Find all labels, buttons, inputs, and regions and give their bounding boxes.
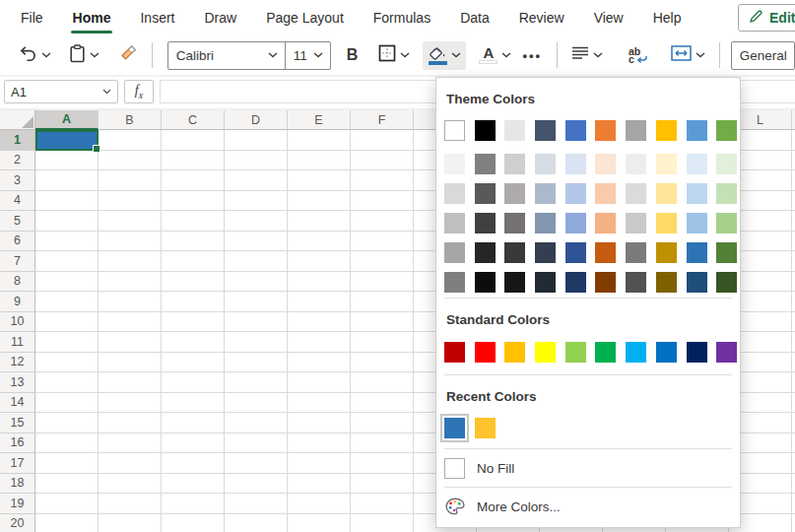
color-swatch-2f5496[interactable] xyxy=(565,242,586,263)
insert-function-button[interactable]: fx xyxy=(124,80,154,103)
color-swatch-7f7f7f[interactable] xyxy=(444,272,465,293)
cell-D14[interactable] xyxy=(225,393,288,414)
ribbon-tab-view[interactable]: View xyxy=(579,0,638,35)
cell-E13[interactable] xyxy=(288,372,351,393)
cell-F8[interactable] xyxy=(351,272,414,293)
row-header-6[interactable]: 6 xyxy=(0,232,35,252)
cell-A19[interactable] xyxy=(35,494,99,514)
row-header-2[interactable]: 2 xyxy=(0,151,35,171)
cell-A2[interactable] xyxy=(35,151,99,171)
color-swatch-ffff00[interactable] xyxy=(535,342,556,363)
chevron-down-icon[interactable] xyxy=(400,52,410,58)
row-header-15[interactable]: 15 xyxy=(0,413,35,433)
color-swatch-d9e2f3[interactable] xyxy=(565,154,586,174)
cell-D2[interactable] xyxy=(225,151,288,171)
cell-B11[interactable] xyxy=(99,332,162,353)
column-header-D[interactable]: D xyxy=(225,110,288,130)
cell-D11[interactable] xyxy=(225,332,288,353)
cell-D13[interactable] xyxy=(225,372,288,393)
cell-A15[interactable] xyxy=(35,413,99,433)
cell-B10[interactable] xyxy=(99,312,162,333)
cell-C10[interactable] xyxy=(162,312,225,333)
color-swatch-deebf6[interactable] xyxy=(687,154,707,174)
cell-D3[interactable] xyxy=(225,170,288,191)
column-header-A[interactable]: A xyxy=(35,110,99,130)
cell-F12[interactable] xyxy=(351,353,414,373)
cell-C13[interactable] xyxy=(162,372,225,393)
cell-E2[interactable] xyxy=(288,151,351,171)
color-swatch-d6dce4[interactable] xyxy=(535,154,556,174)
color-swatch-fbe5d5[interactable] xyxy=(595,154,616,174)
color-swatch-2e74b5[interactable] xyxy=(687,242,707,263)
cell-C4[interactable] xyxy=(162,191,225,212)
paste-button[interactable] xyxy=(64,39,104,72)
cell-B12[interactable] xyxy=(99,353,162,373)
color-swatch-e2efd9[interactable] xyxy=(716,154,737,174)
edit-mode-button[interactable]: Edit xyxy=(738,4,795,32)
cell-E11[interactable] xyxy=(288,332,351,353)
cell-D12[interactable] xyxy=(225,353,288,373)
color-swatch-e7e6e6[interactable] xyxy=(504,120,525,141)
cell-A14[interactable] xyxy=(35,393,99,414)
cell-B2[interactable] xyxy=(99,151,162,171)
color-swatch-bfbfbf[interactable] xyxy=(444,213,465,233)
cell-B6[interactable] xyxy=(99,232,162,252)
color-swatch-7030a0[interactable] xyxy=(716,342,737,363)
color-swatch-d0cece[interactable] xyxy=(504,154,525,174)
row-header-18[interactable]: 18 xyxy=(0,474,35,495)
wrap-text-button[interactable]: ab c xyxy=(624,42,652,69)
color-swatch-833c00[interactable] xyxy=(595,272,616,293)
cell-B7[interactable] xyxy=(99,251,162,272)
color-swatch-7f6000[interactable] xyxy=(656,272,677,293)
cell-D15[interactable] xyxy=(225,413,288,433)
ribbon-tab-data[interactable]: Data xyxy=(445,0,504,35)
cell-D5[interactable] xyxy=(225,211,288,232)
row-header-12[interactable]: 12 xyxy=(0,353,35,373)
color-swatch-1f3864[interactable] xyxy=(565,272,586,293)
row-header-11[interactable]: 11 xyxy=(0,332,35,353)
color-swatch-757171[interactable] xyxy=(504,213,525,233)
cell-A8[interactable] xyxy=(35,272,99,293)
cell-B1[interactable] xyxy=(99,130,162,151)
color-swatch-808080[interactable] xyxy=(475,154,496,174)
cell-F6[interactable] xyxy=(351,232,414,252)
cell-A11[interactable] xyxy=(35,332,99,353)
color-swatch-c5e0b3[interactable] xyxy=(716,183,737,204)
color-swatch-002060[interactable] xyxy=(687,342,707,363)
column-header-E[interactable]: E xyxy=(288,110,351,130)
cell-B8[interactable] xyxy=(99,272,162,293)
cell-D10[interactable] xyxy=(225,312,288,333)
align-button[interactable] xyxy=(566,41,608,69)
cell-F14[interactable] xyxy=(351,393,414,414)
color-swatch-70ad47[interactable] xyxy=(716,120,737,141)
color-swatch-c00000[interactable] xyxy=(444,342,465,363)
cell-E20[interactable] xyxy=(288,514,351,532)
cell-E18[interactable] xyxy=(288,474,351,495)
cell-F17[interactable] xyxy=(351,453,414,474)
cell-B13[interactable] xyxy=(99,372,162,393)
cell-E12[interactable] xyxy=(288,353,351,373)
color-swatch-f7cbac[interactable] xyxy=(595,183,616,204)
color-swatch-a8d08d[interactable] xyxy=(716,213,737,233)
cell-B18[interactable] xyxy=(99,474,162,495)
more-options-button[interactable]: ••• xyxy=(516,43,548,68)
cell-B15[interactable] xyxy=(99,413,162,433)
cell-C2[interactable] xyxy=(162,151,225,171)
ribbon-tab-draw[interactable]: Draw xyxy=(189,0,251,35)
cell-C14[interactable] xyxy=(162,393,225,414)
more-colors-option[interactable]: More Colors... xyxy=(444,496,740,517)
color-swatch-5b9bd5[interactable] xyxy=(687,120,707,141)
ribbon-tab-file[interactable]: File xyxy=(6,0,58,35)
cell-F16[interactable] xyxy=(351,433,414,454)
color-swatch-ffe599[interactable] xyxy=(656,183,677,204)
cell-F2[interactable] xyxy=(351,151,414,171)
row-header-5[interactable]: 5 xyxy=(0,211,35,232)
cell-B20[interactable] xyxy=(99,514,162,532)
cell-F13[interactable] xyxy=(351,372,414,393)
undo-button[interactable] xyxy=(14,40,56,71)
row-header-14[interactable]: 14 xyxy=(0,393,35,414)
cell-F1[interactable] xyxy=(351,130,414,151)
cell-C6[interactable] xyxy=(162,232,225,252)
color-swatch-ffc000[interactable] xyxy=(656,120,677,141)
cell-F4[interactable] xyxy=(351,191,414,212)
